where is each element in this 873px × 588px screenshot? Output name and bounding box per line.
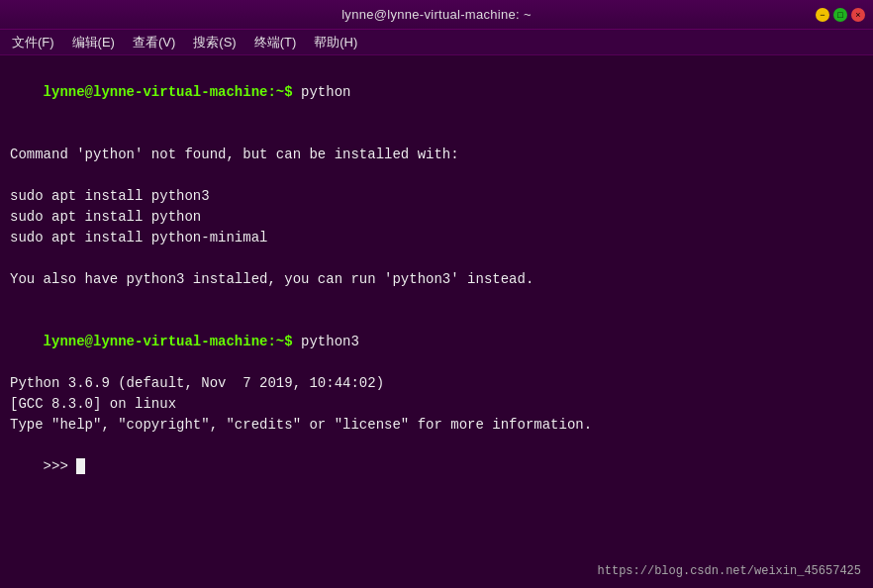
prompt-1: lynne@lynne-virtual-machine:~$ xyxy=(44,84,293,100)
menu-search[interactable]: 搜索(S) xyxy=(185,32,243,53)
cursor xyxy=(76,458,85,474)
terminal-line-2: Command 'python' not found, but can be i… xyxy=(10,145,863,165)
terminal-line-8: Python 3.6.9 (default, Nov 7 2019, 10:44… xyxy=(10,373,863,394)
empty-line-4 xyxy=(10,290,863,311)
terminal-line-9: [GCC 8.3.0] on linux xyxy=(10,394,863,415)
empty-line-1 xyxy=(10,124,863,145)
window-title: lynne@lynne-virtual-machine: ~ xyxy=(341,7,532,22)
terminal-line-6: You also have python3 installed, you can… xyxy=(10,269,863,290)
minimize-button[interactable]: − xyxy=(816,8,829,22)
terminal-prompt-line: >>> xyxy=(10,436,863,498)
terminal-line-5: sudo apt install python-minimal xyxy=(10,228,863,248)
cmd-2: python3 xyxy=(293,334,359,349)
maximize-button[interactable]: □ xyxy=(833,8,847,22)
close-button[interactable]: × xyxy=(851,8,865,22)
menu-file[interactable]: 文件(F) xyxy=(4,32,62,53)
window-controls: − □ × xyxy=(816,8,865,22)
title-bar: lynne@lynne-virtual-machine: ~ − □ × xyxy=(0,0,873,30)
terminal-line-10: Type "help", "copyright", "credits" or "… xyxy=(10,415,863,436)
terminal-line-1: lynne@lynne-virtual-machine:~$ python xyxy=(10,61,863,124)
menu-edit[interactable]: 编辑(E) xyxy=(64,32,123,53)
terminal-area[interactable]: lynne@lynne-virtual-machine:~$ python Co… xyxy=(0,55,873,588)
empty-line-2 xyxy=(10,165,863,186)
terminal-line-7: lynne@lynne-virtual-machine:~$ python3 xyxy=(10,311,863,373)
menu-view[interactable]: 查看(V) xyxy=(125,32,183,53)
prompt-2: lynne@lynne-virtual-machine:~$ xyxy=(44,334,293,349)
terminal-line-3: sudo apt install python3 xyxy=(10,186,863,207)
python-prompt: >>> xyxy=(44,458,77,474)
cmd-1: python xyxy=(293,84,351,100)
menu-bar: 文件(F) 编辑(E) 查看(V) 搜索(S) 终端(T) 帮助(H) xyxy=(0,30,873,55)
empty-line-3 xyxy=(10,248,863,269)
terminal-line-4: sudo apt install python xyxy=(10,207,863,228)
menu-help[interactable]: 帮助(H) xyxy=(306,32,365,53)
url-watermark: https://blog.csdn.net/weixin_45657425 xyxy=(598,562,861,580)
menu-terminal[interactable]: 终端(T) xyxy=(246,32,305,53)
